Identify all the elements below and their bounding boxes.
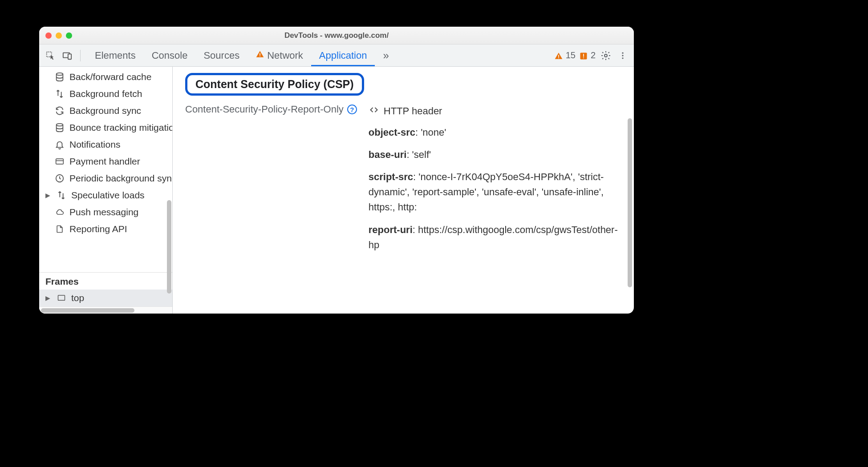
sidebar-item-label: Back/forward cache xyxy=(69,72,151,82)
updown-icon xyxy=(54,89,65,99)
sidebar-item-background-fetch[interactable]: Background fetch xyxy=(39,85,172,102)
csp-source: HTTP header xyxy=(369,104,618,119)
settings-button[interactable] xyxy=(599,50,612,61)
svg-point-12 xyxy=(622,55,623,56)
minimize-window-button[interactable] xyxy=(56,32,62,39)
close-window-button[interactable] xyxy=(45,32,52,39)
sidebar-vertical-scrollbar[interactable] xyxy=(167,200,171,294)
sync-icon xyxy=(54,106,65,116)
sidebar-item-back-forward-cache[interactable]: Back/forward cache xyxy=(39,68,172,85)
tab-sources[interactable]: Sources xyxy=(195,44,247,66)
svg-rect-16 xyxy=(56,159,64,164)
more-options-button[interactable] xyxy=(616,50,629,61)
csp-details-row: Content-Security-Policy-Report-Only ? HT… xyxy=(185,104,621,260)
sidebar-item-background-sync[interactable]: Background sync xyxy=(39,102,172,119)
svg-point-10 xyxy=(604,54,607,57)
svg-rect-2 xyxy=(68,54,71,59)
more-tabs-button[interactable]: » xyxy=(378,49,393,62)
svg-point-13 xyxy=(622,57,623,59)
frame-label: top xyxy=(71,293,84,303)
sidebar-item-label: Reporting API xyxy=(69,224,127,234)
devtools-toolbar: Elements Console Sources Network Applica… xyxy=(39,44,634,67)
svg-point-15 xyxy=(57,124,63,126)
help-icon[interactable]: ? xyxy=(347,105,357,114)
panel-tabs: Elements Console Sources Network Applica… xyxy=(87,44,375,66)
tab-label: Elements xyxy=(95,50,136,61)
updown-icon xyxy=(56,190,67,200)
warning-icon xyxy=(256,50,264,61)
sidebar-item-bounce-tracking-mitigations[interactable]: Bounce tracking mitigations xyxy=(39,119,172,136)
code-icon xyxy=(369,104,379,119)
sidebar-item-payment-handler[interactable]: Payment handler xyxy=(39,153,172,170)
svg-point-14 xyxy=(57,73,63,76)
csp-directive-base-uri: base-uri: 'self' xyxy=(369,147,618,162)
tab-application[interactable]: Application xyxy=(311,44,375,66)
titlebar: DevTools - www.google.com/ xyxy=(39,27,634,44)
main-content: Content Security Policy (CSP) Content-Se… xyxy=(173,67,634,314)
directive-name: script-src xyxy=(369,171,413,182)
csp-directive-script-src: script-src: 'nonce-I-7rK04QpY5oeS4-HPPkh… xyxy=(369,169,618,215)
inspect-element-icon[interactable] xyxy=(44,49,57,62)
svg-rect-3 xyxy=(260,53,260,55)
directive-name: report-uri xyxy=(369,224,413,235)
database-icon xyxy=(54,72,65,82)
sidebar-item-reporting-api[interactable]: Reporting API xyxy=(39,221,172,238)
issue-icon xyxy=(579,50,588,60)
svg-rect-5 xyxy=(558,55,559,57)
frame-top[interactable]: ▶ top xyxy=(39,290,172,306)
sidebar-item-periodic-background-sync[interactable]: Periodic background sync xyxy=(39,170,172,187)
csp-source-label: HTTP header xyxy=(384,104,442,119)
svg-rect-9 xyxy=(583,57,584,58)
warning-icon xyxy=(554,50,563,60)
main-vertical-scrollbar[interactable] xyxy=(628,118,632,287)
warnings-count-value: 15 xyxy=(566,50,576,60)
directive-name: object-src xyxy=(369,127,415,138)
csp-directive-object-src: object-src: 'none' xyxy=(369,125,618,140)
tab-network[interactable]: Network xyxy=(247,44,311,66)
toolbar-separator xyxy=(80,50,81,61)
warnings-count[interactable]: 15 xyxy=(554,50,576,60)
sidebar-item-label: Payment handler xyxy=(69,156,140,167)
directive-name: base-uri xyxy=(369,149,407,160)
sidebar-item-label: Push messaging xyxy=(69,207,138,217)
sidebar-tree: Back/forward cacheBackground fetchBackgr… xyxy=(39,67,172,272)
tab-console[interactable]: Console xyxy=(144,44,196,66)
sidebar-item-label: Speculative loads xyxy=(71,190,145,201)
expand-arrow-icon: ▶ xyxy=(45,192,52,199)
frame-icon xyxy=(56,294,67,302)
csp-header-name: Content-Security-Policy-Report-Only ? xyxy=(185,104,357,115)
device-toolbar-icon[interactable] xyxy=(61,49,74,62)
sidebar-item-label: Background sync xyxy=(69,105,141,116)
csp-heading-highlight: Content Security Policy (CSP) xyxy=(185,73,364,96)
cloud-icon xyxy=(54,208,65,217)
bell-icon xyxy=(54,140,65,149)
expand-arrow-icon: ▶ xyxy=(45,294,52,302)
sidebar-item-notifications[interactable]: Notifications xyxy=(39,136,172,153)
tab-label: Network xyxy=(267,50,303,61)
application-sidebar: Back/forward cacheBackground fetchBackgr… xyxy=(39,67,173,314)
window-controls xyxy=(45,32,72,39)
directive-value: : 'none' xyxy=(415,127,446,138)
csp-directive-report-uri: report-uri: https://csp.withgoogle.com/c… xyxy=(369,222,618,253)
csp-heading: Content Security Policy (CSP) xyxy=(195,78,354,91)
sidebar-horizontal-scrollbar[interactable] xyxy=(39,306,172,314)
zoom-window-button[interactable] xyxy=(66,32,72,39)
tab-label: Sources xyxy=(203,50,239,61)
sidebar-item-label: Bounce tracking mitigations xyxy=(69,122,172,133)
sidebar-item-label: Notifications xyxy=(69,139,120,150)
issues-count[interactable]: 2 xyxy=(579,50,596,60)
svg-rect-6 xyxy=(558,57,559,58)
sidebar-item-push-messaging[interactable]: Push messaging xyxy=(39,204,172,221)
clock-icon xyxy=(54,173,65,183)
file-icon xyxy=(54,224,65,234)
svg-rect-8 xyxy=(583,54,584,57)
tab-elements[interactable]: Elements xyxy=(87,44,144,66)
svg-rect-19 xyxy=(58,295,65,300)
devtools-window: DevTools - www.google.com/ Elements Cons… xyxy=(39,27,634,314)
database-icon xyxy=(54,123,65,133)
sidebar-item-speculative-loads[interactable]: ▶Speculative loads xyxy=(39,187,172,204)
tab-label: Console xyxy=(152,50,188,61)
window-title: DevTools - www.google.com/ xyxy=(39,31,634,40)
scrollbar-thumb[interactable] xyxy=(41,308,134,313)
tab-label: Application xyxy=(319,50,367,61)
